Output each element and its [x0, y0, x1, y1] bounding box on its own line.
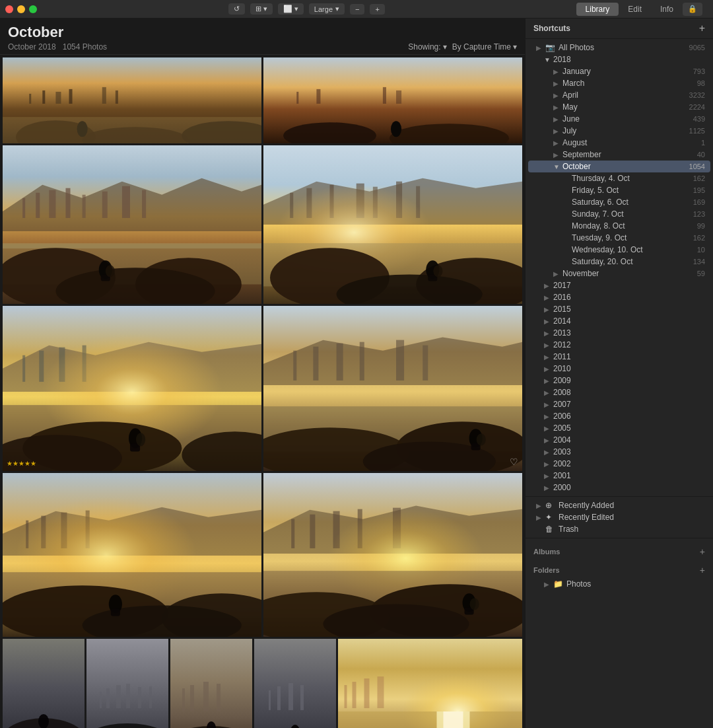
sidebar-item-march[interactable]: ▶ March 98 [528, 77, 710, 89]
chevron-icon: ▶ [553, 127, 562, 135]
month-count: 59 [697, 270, 705, 277]
photo-cell[interactable] [263, 145, 522, 304]
info-tab[interactable]: Info [651, 3, 683, 16]
photo-cell[interactable] [3, 57, 261, 143]
sidebar-item-june[interactable]: ▶ June 439 [528, 113, 710, 125]
library-tab[interactable]: Library [576, 3, 619, 16]
edit-tab[interactable]: Edit [619, 3, 651, 16]
close-button[interactable] [5, 5, 13, 13]
sidebar-item-2003[interactable]: ▶ 2003 [528, 446, 710, 458]
size-button[interactable]: Large ▾ [309, 3, 345, 15]
year-label: 2004 [553, 435, 705, 445]
plus-button[interactable]: + [370, 4, 384, 15]
shortcuts-add-button[interactable]: + [699, 22, 705, 34]
photo-cell[interactable] [3, 473, 261, 637]
heart-icon[interactable]: ♡ [510, 456, 518, 467]
photo-cell[interactable] [3, 145, 261, 304]
chevron-icon: ▼ [553, 163, 562, 170]
chevron-icon: ▶ [553, 116, 562, 123]
year-label: 2017 [553, 281, 705, 290]
year-label: 2018 [553, 55, 705, 64]
sidebar-item-2009[interactable]: ▶ 2009 [528, 375, 710, 386]
month-count: 3232 [689, 91, 705, 99]
photo-row-3: ★★★★★ [3, 306, 522, 471]
folders-add-button[interactable]: + [700, 565, 705, 575]
svg-rect-9 [102, 87, 106, 104]
sidebar-item-oct7[interactable]: Sunday, 7. Oct 123 [528, 208, 710, 220]
sidebar-item-2004[interactable]: ▶ 2004 [528, 434, 710, 446]
photo-cell[interactable] [338, 639, 522, 728]
sidebar-item-2008[interactable]: ▶ 2008 [528, 386, 710, 398]
all-photos-count: 9065 [689, 44, 705, 52]
photo-cell[interactable]: ♡ [263, 306, 522, 471]
sidebar-item-recently-added[interactable]: ▶ ⊕ Recently Added [528, 499, 710, 511]
sidebar-item-all-photos[interactable]: ▶ 📷 All Photos 9065 [528, 42, 710, 54]
sidebar-item-2012[interactable]: ▶ 2012 [528, 339, 710, 351]
sidebar-item-november[interactable]: ▶ November 59 [528, 268, 710, 279]
sidebar-item-2005[interactable]: ▶ 2005 [528, 422, 710, 434]
photo-cell[interactable] [263, 473, 522, 637]
sidebar-item-may[interactable]: ▶ May 2224 [528, 101, 710, 113]
lock-button[interactable]: 🔒 [683, 3, 702, 16]
sidebar-item-oct6[interactable]: Saturday, 6. Oct 169 [528, 196, 710, 208]
sidebar-item-2018[interactable]: ▼ 2018 [528, 54, 710, 65]
sidebar-item-oct4[interactable]: Thursday, 4. Oct 162 [528, 172, 710, 184]
rotate-left-button[interactable]: ↺ [228, 3, 245, 15]
month-label: May [562, 102, 689, 112]
month-count: 1125 [689, 127, 705, 135]
sidebar-item-2013[interactable]: ▶ 2013 [528, 327, 710, 339]
sidebar-item-2016[interactable]: ▶ 2016 [528, 291, 710, 303]
svg-rect-23 [36, 193, 40, 218]
day-count: 162 [693, 234, 705, 242]
svg-point-83 [477, 433, 486, 445]
sidebar-item-photos-folder[interactable]: ▶ 📁 Photos [528, 578, 710, 590]
sidebar-item-2000[interactable]: ▶ 2000 [528, 482, 710, 493]
sidebar-item-2006[interactable]: ▶ 2006 [528, 410, 710, 422]
sidebar-item-january[interactable]: ▶ January 793 [528, 65, 710, 77]
sort-button[interactable]: By Capture Time ▾ [452, 42, 517, 52]
photo-cell[interactable] [263, 57, 522, 143]
sidebar-content[interactable]: ▶ 📷 All Photos 9065 ▼ 2018 ▶ January 793… [526, 39, 713, 728]
sidebar-item-2002[interactable]: ▶ 2002 [528, 458, 710, 470]
minus-button[interactable]: − [350, 4, 364, 15]
sidebar-item-2001[interactable]: ▶ 2001 [528, 470, 710, 482]
year-label: 2011 [553, 352, 705, 361]
folder-label: Photos [566, 579, 705, 589]
sidebar-item-april[interactable]: ▶ April 3232 [528, 89, 710, 101]
sidebar-item-2014[interactable]: ▶ 2014 [528, 315, 710, 327]
sidebar-item-2015[interactable]: ▶ 2015 [528, 303, 710, 315]
sidebar-item-september[interactable]: ▶ September 40 [528, 149, 710, 161]
photo-cell[interactable]: ★★★★★ [254, 639, 336, 728]
photo-cell[interactable]: ★★★★★ [3, 639, 85, 728]
photo-cell[interactable]: ♡ [86, 639, 168, 728]
sidebar-item-oct5[interactable]: Friday, 5. Oct 195 [528, 184, 710, 196]
sidebar-item-july[interactable]: ▶ July 1125 [528, 125, 710, 137]
year-label: 2005 [553, 423, 705, 433]
photo-cell[interactable]: ★★★★★ ♡ [170, 639, 252, 728]
view-button[interactable]: ⬜ ▾ [278, 3, 304, 15]
grid-button[interactable]: ⊞ ▾ [250, 3, 273, 15]
sidebar-item-oct20[interactable]: Saturday, 20. Oct 134 [528, 256, 710, 268]
photo-cell[interactable]: ★★★★★ [3, 306, 261, 471]
photo-grid[interactable]: ★★★★★ [0, 55, 525, 728]
sidebar-item-2007[interactable]: ▶ 2007 [528, 398, 710, 410]
sidebar-item-trash[interactable]: ▶ 🗑 Trash [528, 523, 710, 535]
sidebar-item-august[interactable]: ▶ August 1 [528, 137, 710, 149]
minimize-button[interactable] [17, 5, 25, 13]
sidebar-item-oct9[interactable]: Tuesday, 9. Oct 162 [528, 232, 710, 244]
sidebar-item-oct8[interactable]: Monday, 8. Oct 99 [528, 220, 710, 232]
svg-rect-143 [353, 682, 356, 708]
sidebar-item-recently-edited[interactable]: ▶ ✦ Recently Edited [528, 511, 710, 523]
day-count: 123 [693, 210, 705, 218]
maximize-button[interactable] [29, 5, 37, 13]
svg-rect-74 [360, 342, 364, 381]
svg-rect-132 [269, 690, 271, 710]
sidebar-item-2011[interactable]: ▶ 2011 [528, 351, 710, 363]
sidebar-item-2017[interactable]: ▶ 2017 [528, 279, 710, 291]
sidebar-item-2010[interactable]: ▶ 2010 [528, 363, 710, 375]
svg-rect-96 [111, 608, 120, 616]
sidebar-item-oct10[interactable]: Wednesday, 10. Oct 10 [528, 244, 710, 256]
sidebar-item-october[interactable]: ▼ October 1054 [528, 161, 710, 172]
showing-button[interactable]: Showing: ▾ [408, 42, 446, 52]
albums-add-button[interactable]: + [700, 546, 705, 557]
